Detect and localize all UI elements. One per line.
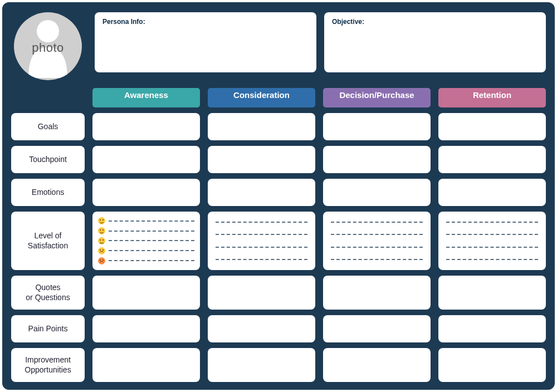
satisfaction-line [329,230,425,239]
cell-1-1[interactable] [208,146,315,173]
satisfaction-line [444,243,540,252]
grid-corner [11,88,85,107]
cell-5-2[interactable] [323,315,431,342]
satisfaction-line [329,243,425,252]
cell-4-2[interactable] [323,276,431,310]
persona-photo-placeholder[interactable]: photo [14,12,82,80]
satisfaction-line [98,217,194,226]
cell-3-1[interactable] [208,212,315,270]
satisfaction-line [444,230,540,239]
cell-0-2[interactable] [323,113,431,140]
row-label-goals: Goals [11,113,85,140]
cell-3-2[interactable] [323,212,431,270]
row-label-quotes-or-questions: Quotesor Questions [11,276,85,310]
cell-2-1[interactable] [208,179,315,206]
satisfaction-line [444,255,540,264]
persona-photo-wrap: photo [11,12,85,80]
cell-6-1[interactable] [208,348,315,382]
persona-info-card[interactable]: Persona Info: [95,12,316,72]
emoji-face-icon [98,257,105,264]
satisfaction-line [329,218,425,227]
cell-1-3[interactable] [438,146,546,173]
objective-card[interactable]: Objective: [324,12,546,72]
journey-map-canvas: photo Persona Info: Objective: Awareness… [2,2,555,390]
row-label-touchpoint: Touchpoint [11,146,85,173]
dash-line [216,234,307,235]
cell-0-1[interactable] [208,113,315,140]
satisfaction-line [444,218,540,227]
cell-4-1[interactable] [208,276,315,310]
cell-4-0[interactable] [92,276,200,310]
dash-line [331,247,423,248]
cell-0-3[interactable] [438,113,546,140]
cell-1-0[interactable] [92,146,200,173]
dash-line [109,250,194,251]
journey-grid: AwarenessConsiderationDecision/PurchaseR… [11,88,546,382]
cell-1-2[interactable] [323,146,431,173]
persona-info-label: Persona Info: [102,18,309,26]
stage-header-retention: Retention [438,88,546,107]
dash-line [446,259,538,260]
dash-line [331,259,423,260]
satisfaction-line [213,243,310,252]
row-label-pain-points: Pain Points [11,315,85,342]
cell-5-3[interactable] [438,315,546,342]
dash-line [109,220,194,222]
cell-6-0[interactable] [92,348,200,382]
emoji-face-icon [98,217,105,224]
cell-3-3[interactable] [438,212,546,270]
row-label-improvement-opportunities: ImprovementOpportunities [11,348,85,382]
cell-0-0[interactable] [92,113,200,140]
dash-line [331,234,423,235]
emoji-face-icon [98,237,105,244]
emoji-face-icon [98,227,105,234]
header-row: photo Persona Info: Objective: [11,12,546,80]
stage-header-awareness: Awareness [92,88,200,107]
row-label-emotions: Emotions [11,179,85,206]
info-cards: Persona Info: Objective: [95,12,546,72]
dash-line [216,247,307,248]
satisfaction-line [329,255,425,264]
dash-line [109,231,194,232]
cell-2-0[interactable] [92,179,200,206]
satisfaction-line [98,227,194,236]
dash-line [216,259,307,260]
cell-6-3[interactable] [438,348,546,382]
emoji-face-icon [98,247,105,254]
satisfaction-line [98,236,194,245]
dash-line [446,222,538,223]
svg-point-0 [37,20,59,42]
dash-line [446,247,538,248]
cell-2-2[interactable] [323,179,431,206]
cell-4-3[interactable] [438,276,546,310]
stage-header-decision-purchase: Decision/Purchase [323,88,431,107]
satisfaction-line [213,255,310,264]
dash-line [109,240,194,241]
cell-6-2[interactable] [323,348,431,382]
cell-2-3[interactable] [438,179,546,206]
dash-line [216,222,307,223]
cell-5-1[interactable] [208,315,315,342]
cell-3-0[interactable] [92,212,200,270]
satisfaction-line [213,230,310,239]
dash-line [446,234,538,235]
cell-5-0[interactable] [92,315,200,342]
satisfaction-line [213,218,310,227]
objective-label: Objective: [332,18,538,26]
satisfaction-line [98,256,194,265]
satisfaction-line [98,246,194,255]
dash-line [109,260,194,261]
dash-line [331,222,423,223]
stage-header-consideration: Consideration [208,88,315,107]
photo-label: photo [32,41,64,55]
row-label-level-of-satisfaction: Level ofSatisfaction [11,212,85,270]
